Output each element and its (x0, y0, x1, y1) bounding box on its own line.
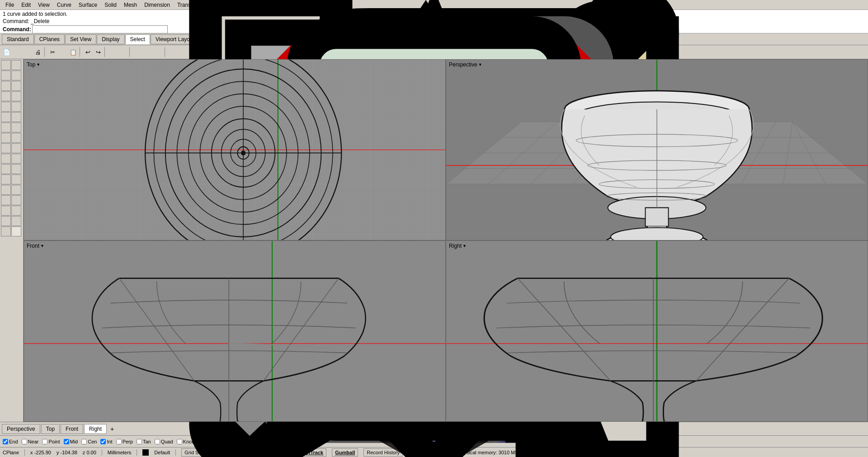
viewport-top-name: Top (27, 61, 35, 68)
main-area: A (0, 59, 868, 422)
viewport-perspective[interactable]: Perspective ▼ z y x (446, 59, 868, 240)
viewport-perspective-name: Perspective (449, 61, 477, 68)
left-panel: A (0, 59, 24, 422)
perspective-viewport-svg (446, 60, 868, 240)
viewport-top[interactable]: Top ▼ y x (24, 59, 446, 240)
viewport-front-arrow[interactable]: ▼ (40, 244, 44, 248)
right-viewport-svg (446, 241, 868, 421)
viewport-right-arrow[interactable]: ▼ (462, 244, 467, 248)
svg-rect-160 (24, 241, 445, 421)
viewport-area: Top ▼ y x (24, 59, 868, 422)
viewport-right-name: Right (449, 243, 462, 249)
viewport-perspective-label[interactable]: Perspective ▼ (449, 61, 482, 68)
viewport-top-arrow[interactable]: ▼ (36, 62, 40, 67)
top-viewport-svg (24, 60, 445, 240)
info-btn[interactable] (11, 226, 21, 236)
viewport-top-label[interactable]: Top ▼ (27, 61, 40, 68)
viewport-perspective-arrow[interactable]: ▼ (478, 62, 482, 67)
front-viewport-svg (24, 241, 445, 421)
viewport-front-label[interactable]: Front ▼ (27, 243, 44, 249)
svg-rect-150 (645, 207, 668, 226)
viewport-front-name: Front (27, 243, 39, 249)
viewport-right-label[interactable]: Right ▼ (449, 243, 467, 249)
viewport-front[interactable]: Front ▼ z x (24, 240, 446, 422)
viewport-right[interactable]: Right ▼ z y (446, 240, 868, 422)
